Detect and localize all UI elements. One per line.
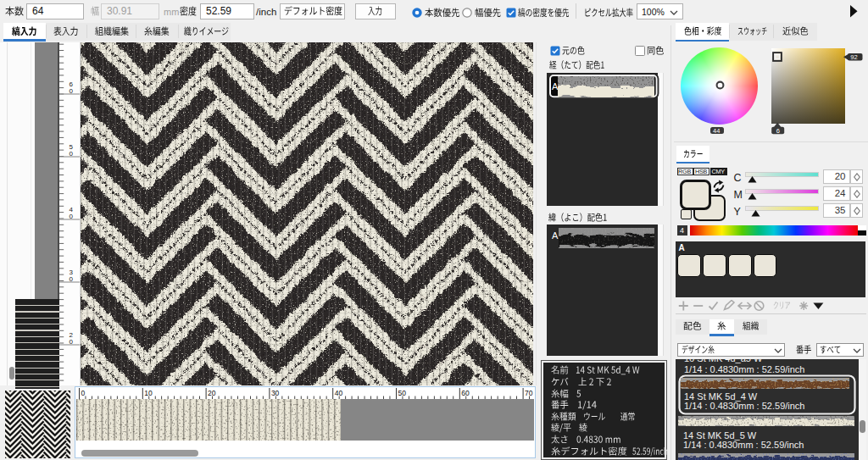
svg-text:0: 0 — [70, 213, 74, 220]
svg-text:0: 0 — [70, 150, 74, 158]
svg-text:0: 0 — [70, 338, 74, 346]
svg-text:20: 20 — [208, 388, 216, 396]
svg-text:50: 50 — [398, 388, 407, 396]
svg-text:6: 6 — [776, 127, 780, 135]
svg-text:92: 92 — [850, 53, 857, 61]
svg-text:70: 70 — [525, 388, 533, 396]
svg-text:30: 30 — [271, 388, 280, 396]
svg-text:0: 0 — [81, 388, 86, 396]
svg-text:0: 0 — [70, 87, 74, 95]
svg-text:10: 10 — [144, 388, 153, 396]
svg-text:40: 40 — [335, 388, 343, 396]
svg-text:0: 0 — [70, 275, 74, 283]
svg-text:60: 60 — [461, 388, 470, 396]
